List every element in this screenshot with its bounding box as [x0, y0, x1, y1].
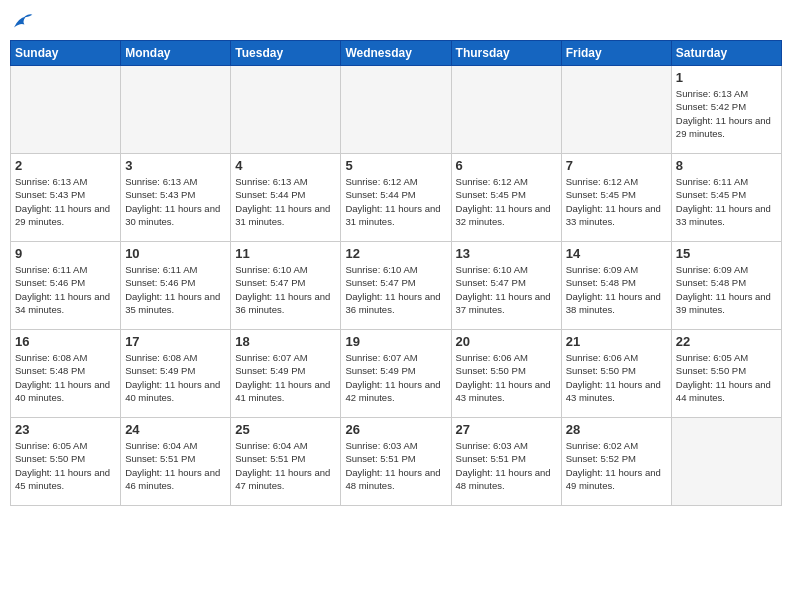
calendar-day — [561, 66, 671, 154]
calendar-day: 16Sunrise: 6:08 AMSunset: 5:48 PMDayligh… — [11, 330, 121, 418]
calendar-header-tuesday: Tuesday — [231, 41, 341, 66]
day-number: 13 — [456, 246, 557, 261]
page-header — [10, 10, 782, 34]
day-info: Sunrise: 6:05 AMSunset: 5:50 PMDaylight:… — [676, 351, 777, 404]
day-info: Sunrise: 6:11 AMSunset: 5:46 PMDaylight:… — [125, 263, 226, 316]
calendar-day — [341, 66, 451, 154]
calendar-day: 27Sunrise: 6:03 AMSunset: 5:51 PMDayligh… — [451, 418, 561, 506]
calendar-day: 2Sunrise: 6:13 AMSunset: 5:43 PMDaylight… — [11, 154, 121, 242]
day-info: Sunrise: 6:10 AMSunset: 5:47 PMDaylight:… — [456, 263, 557, 316]
day-number: 4 — [235, 158, 336, 173]
calendar-day: 15Sunrise: 6:09 AMSunset: 5:48 PMDayligh… — [671, 242, 781, 330]
day-info: Sunrise: 6:03 AMSunset: 5:51 PMDaylight:… — [345, 439, 446, 492]
calendar-day: 9Sunrise: 6:11 AMSunset: 5:46 PMDaylight… — [11, 242, 121, 330]
calendar-day — [121, 66, 231, 154]
day-number: 5 — [345, 158, 446, 173]
calendar-day: 10Sunrise: 6:11 AMSunset: 5:46 PMDayligh… — [121, 242, 231, 330]
calendar-day: 20Sunrise: 6:06 AMSunset: 5:50 PMDayligh… — [451, 330, 561, 418]
day-number: 1 — [676, 70, 777, 85]
calendar-header-wednesday: Wednesday — [341, 41, 451, 66]
day-number: 19 — [345, 334, 446, 349]
calendar-day: 5Sunrise: 6:12 AMSunset: 5:44 PMDaylight… — [341, 154, 451, 242]
day-info: Sunrise: 6:03 AMSunset: 5:51 PMDaylight:… — [456, 439, 557, 492]
day-number: 3 — [125, 158, 226, 173]
calendar-day: 7Sunrise: 6:12 AMSunset: 5:45 PMDaylight… — [561, 154, 671, 242]
day-number: 17 — [125, 334, 226, 349]
day-info: Sunrise: 6:02 AMSunset: 5:52 PMDaylight:… — [566, 439, 667, 492]
calendar-day: 28Sunrise: 6:02 AMSunset: 5:52 PMDayligh… — [561, 418, 671, 506]
day-number: 14 — [566, 246, 667, 261]
day-info: Sunrise: 6:11 AMSunset: 5:45 PMDaylight:… — [676, 175, 777, 228]
day-number: 7 — [566, 158, 667, 173]
day-info: Sunrise: 6:13 AMSunset: 5:43 PMDaylight:… — [125, 175, 226, 228]
calendar-header-sunday: Sunday — [11, 41, 121, 66]
calendar-day: 18Sunrise: 6:07 AMSunset: 5:49 PMDayligh… — [231, 330, 341, 418]
calendar-day: 19Sunrise: 6:07 AMSunset: 5:49 PMDayligh… — [341, 330, 451, 418]
calendar-day: 4Sunrise: 6:13 AMSunset: 5:44 PMDaylight… — [231, 154, 341, 242]
day-info: Sunrise: 6:07 AMSunset: 5:49 PMDaylight:… — [235, 351, 336, 404]
calendar-day: 6Sunrise: 6:12 AMSunset: 5:45 PMDaylight… — [451, 154, 561, 242]
calendar-header-row: SundayMondayTuesdayWednesdayThursdayFrid… — [11, 41, 782, 66]
calendar-day: 25Sunrise: 6:04 AMSunset: 5:51 PMDayligh… — [231, 418, 341, 506]
day-number: 24 — [125, 422, 226, 437]
day-number: 8 — [676, 158, 777, 173]
calendar-day: 13Sunrise: 6:10 AMSunset: 5:47 PMDayligh… — [451, 242, 561, 330]
calendar-day: 22Sunrise: 6:05 AMSunset: 5:50 PMDayligh… — [671, 330, 781, 418]
calendar-table: SundayMondayTuesdayWednesdayThursdayFrid… — [10, 40, 782, 506]
day-info: Sunrise: 6:09 AMSunset: 5:48 PMDaylight:… — [676, 263, 777, 316]
day-number: 16 — [15, 334, 116, 349]
day-number: 2 — [15, 158, 116, 173]
day-number: 25 — [235, 422, 336, 437]
calendar-day: 1Sunrise: 6:13 AMSunset: 5:42 PMDaylight… — [671, 66, 781, 154]
calendar-day — [231, 66, 341, 154]
calendar-week-row: 1Sunrise: 6:13 AMSunset: 5:42 PMDaylight… — [11, 66, 782, 154]
calendar-header-friday: Friday — [561, 41, 671, 66]
calendar-week-row: 9Sunrise: 6:11 AMSunset: 5:46 PMDaylight… — [11, 242, 782, 330]
calendar-day: 11Sunrise: 6:10 AMSunset: 5:47 PMDayligh… — [231, 242, 341, 330]
calendar-day: 12Sunrise: 6:10 AMSunset: 5:47 PMDayligh… — [341, 242, 451, 330]
day-info: Sunrise: 6:10 AMSunset: 5:47 PMDaylight:… — [235, 263, 336, 316]
day-info: Sunrise: 6:06 AMSunset: 5:50 PMDaylight:… — [566, 351, 667, 404]
day-number: 21 — [566, 334, 667, 349]
day-number: 9 — [15, 246, 116, 261]
day-number: 26 — [345, 422, 446, 437]
calendar-day: 17Sunrise: 6:08 AMSunset: 5:49 PMDayligh… — [121, 330, 231, 418]
day-info: Sunrise: 6:12 AMSunset: 5:45 PMDaylight:… — [456, 175, 557, 228]
day-info: Sunrise: 6:09 AMSunset: 5:48 PMDaylight:… — [566, 263, 667, 316]
day-number: 28 — [566, 422, 667, 437]
logo — [10, 10, 38, 34]
calendar-day — [11, 66, 121, 154]
calendar-day — [451, 66, 561, 154]
day-number: 23 — [15, 422, 116, 437]
calendar-day: 8Sunrise: 6:11 AMSunset: 5:45 PMDaylight… — [671, 154, 781, 242]
day-number: 18 — [235, 334, 336, 349]
calendar-day: 24Sunrise: 6:04 AMSunset: 5:51 PMDayligh… — [121, 418, 231, 506]
logo-icon — [10, 10, 34, 34]
calendar-week-row: 2Sunrise: 6:13 AMSunset: 5:43 PMDaylight… — [11, 154, 782, 242]
calendar-day — [671, 418, 781, 506]
day-number: 12 — [345, 246, 446, 261]
day-number: 22 — [676, 334, 777, 349]
day-number: 10 — [125, 246, 226, 261]
day-info: Sunrise: 6:12 AMSunset: 5:44 PMDaylight:… — [345, 175, 446, 228]
day-info: Sunrise: 6:08 AMSunset: 5:49 PMDaylight:… — [125, 351, 226, 404]
day-info: Sunrise: 6:11 AMSunset: 5:46 PMDaylight:… — [15, 263, 116, 316]
day-info: Sunrise: 6:04 AMSunset: 5:51 PMDaylight:… — [125, 439, 226, 492]
calendar-day: 26Sunrise: 6:03 AMSunset: 5:51 PMDayligh… — [341, 418, 451, 506]
calendar-week-row: 23Sunrise: 6:05 AMSunset: 5:50 PMDayligh… — [11, 418, 782, 506]
day-number: 20 — [456, 334, 557, 349]
calendar-header-thursday: Thursday — [451, 41, 561, 66]
day-number: 15 — [676, 246, 777, 261]
day-info: Sunrise: 6:10 AMSunset: 5:47 PMDaylight:… — [345, 263, 446, 316]
day-info: Sunrise: 6:06 AMSunset: 5:50 PMDaylight:… — [456, 351, 557, 404]
day-info: Sunrise: 6:05 AMSunset: 5:50 PMDaylight:… — [15, 439, 116, 492]
day-number: 11 — [235, 246, 336, 261]
calendar-day: 14Sunrise: 6:09 AMSunset: 5:48 PMDayligh… — [561, 242, 671, 330]
day-info: Sunrise: 6:04 AMSunset: 5:51 PMDaylight:… — [235, 439, 336, 492]
day-info: Sunrise: 6:12 AMSunset: 5:45 PMDaylight:… — [566, 175, 667, 228]
calendar-week-row: 16Sunrise: 6:08 AMSunset: 5:48 PMDayligh… — [11, 330, 782, 418]
calendar-header-monday: Monday — [121, 41, 231, 66]
day-info: Sunrise: 6:07 AMSunset: 5:49 PMDaylight:… — [345, 351, 446, 404]
calendar-header-saturday: Saturday — [671, 41, 781, 66]
day-info: Sunrise: 6:08 AMSunset: 5:48 PMDaylight:… — [15, 351, 116, 404]
